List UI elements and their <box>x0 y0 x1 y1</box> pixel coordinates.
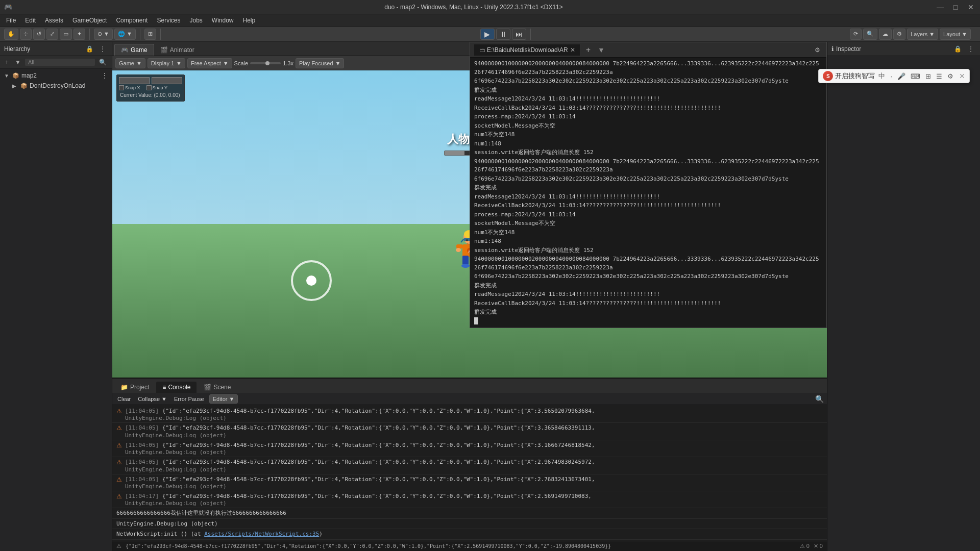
console-line[interactable]: NetWorkScript:init () (at Assets/Scripts… <box>112 529 827 539</box>
scale-slider[interactable] <box>250 62 281 64</box>
pause-button[interactable]: ⏸ <box>496 29 510 40</box>
tab-scene[interactable]: 🎬 Scene <box>198 382 237 393</box>
collab-button[interactable]: ⚙ <box>893 29 905 40</box>
network-content[interactable]: 9400000001000000020000000400000084000000… <box>470 58 826 328</box>
step-button[interactable]: ⏭ <box>512 29 526 40</box>
pivot-button[interactable]: ⊙ ▼ <box>94 29 113 40</box>
transform-all-tool[interactable]: ✦ <box>74 29 85 40</box>
hierarchy-lock-button[interactable]: 🔒 <box>84 44 95 54</box>
menu-gameobject[interactable]: GameObject <box>68 16 111 25</box>
console-line[interactable]: ⚠ [11:04:05] {"Id":"efa293cf-94d8-4548-b… <box>112 423 827 440</box>
sogou-extra-btn[interactable]: ☰ <box>935 72 944 81</box>
sogou-keyboard-btn[interactable]: ⌨ <box>909 72 922 81</box>
search-button[interactable]: 🔍 <box>863 29 877 40</box>
sogou-close-button[interactable]: ✕ <box>959 72 965 80</box>
console-search[interactable]: 🔍 <box>815 395 824 403</box>
hierarchy-item-map2[interactable]: ▼ 📦 map2 ⋮ <box>0 70 112 81</box>
console-sub-text: UnityEngine.Debug:Log (object) <box>125 466 595 473</box>
network-tab-chevron[interactable]: ▼ <box>598 46 605 54</box>
menu-services[interactable]: Services <box>153 16 184 25</box>
network-tab-close[interactable]: ✕ <box>570 46 575 54</box>
hierarchy-menu-button[interactable]: ⋮ <box>97 44 108 54</box>
error-pause-button[interactable]: Error Pause <box>172 395 206 403</box>
game-display-dropdown[interactable]: Game ▼ <box>115 58 145 68</box>
expand-arrow-map2: ▼ <box>4 73 10 79</box>
inspector-lock-button[interactable]: 🔒 <box>952 44 964 54</box>
play-button[interactable]: ▶ <box>480 29 495 40</box>
sogou-dot-btn[interactable]: · <box>889 72 894 81</box>
menu-component[interactable]: Component <box>112 16 152 25</box>
aspect-dropdown[interactable]: Free Aspect ▼ <box>187 58 232 68</box>
scale-control: Scale 1.3x <box>234 60 293 66</box>
rotate-tool[interactable]: ↺ <box>33 29 45 40</box>
network-tab-ar[interactable]: 🗃 E:\BaiduNetdiskDownload\AR ✕ <box>474 44 581 56</box>
layout-dropdown[interactable]: Layout ▼ <box>940 29 971 40</box>
move-tool[interactable]: ⊹ <box>20 29 32 40</box>
tab-console[interactable]: ≡ Console <box>156 382 197 393</box>
hierarchy-item-dontdestroy[interactable]: ▶ 📦 DontDestroyOnLoad <box>0 81 112 91</box>
console-line[interactable]: ⚠ [11:04:05] {"Id":"efa293cf-94d8-4548-b… <box>112 457 827 474</box>
menu-file[interactable]: File <box>2 16 20 25</box>
console-line[interactable]: ⚠ [11:04:05] {"Id":"efa293cf-94d8-4548-b… <box>112 440 827 457</box>
network-line: 9400000001000000020000000400000084000000… <box>474 158 822 174</box>
network-line: session.write返回给客户端的消息长度 152 <box>474 246 822 255</box>
network-panel: 🗃 E:\BaiduNetdiskDownload\AR ✕ + ▼ ⚙ 940… <box>470 42 827 328</box>
scale-tool[interactable]: ⤢ <box>46 29 58 40</box>
console-text: [11:04:05] {"Id":"efa293cf-94d8-4548-b7c… <box>125 475 595 483</box>
network-tab-add[interactable]: + <box>583 45 594 55</box>
network-line: socketModel.Message不为空 <box>474 122 822 131</box>
checkbox-snapy-box[interactable] <box>146 85 152 90</box>
layers-dropdown[interactable]: Layers ▼ <box>907 29 938 40</box>
hierarchy-arrow-button[interactable]: ▼ <box>13 58 23 67</box>
console-line[interactable]: 6666666666666666我估计这里就没有执行过6666666666666… <box>112 508 827 518</box>
tab-game[interactable]: 🎮 Game <box>114 44 154 56</box>
menu-window[interactable]: Window <box>208 16 238 25</box>
input-field-2[interactable] <box>152 77 182 84</box>
close-button[interactable]: ✕ <box>966 3 976 11</box>
minimize-button[interactable]: — <box>935 3 945 11</box>
warning-icon: ⚠ <box>116 493 122 500</box>
hand-tool[interactable]: ✋ <box>4 29 18 40</box>
collapse-button[interactable]: Collapse ▼ <box>136 395 169 403</box>
editor-dropdown[interactable]: Editor ▼ <box>209 394 238 404</box>
network-panel-settings[interactable]: ⚙ <box>813 45 822 55</box>
global-button[interactable]: 🌐 ▼ <box>114 29 136 40</box>
hierarchy-search[interactable]: All <box>25 59 95 66</box>
sogou-chinese-btn[interactable]: 中 <box>877 71 887 81</box>
game-tab-icon: 🎮 <box>121 46 129 54</box>
checkbox-snapx-box[interactable] <box>119 85 124 90</box>
tab-animator[interactable]: 🎬 Animator <box>154 44 201 56</box>
menu-edit[interactable]: Edit <box>21 16 40 25</box>
rect-tool[interactable]: ▭ <box>60 29 72 40</box>
hierarchy-item-menu-map2[interactable]: ⋮ <box>102 72 108 79</box>
input-field-1[interactable] <box>119 77 150 84</box>
display-num-dropdown[interactable]: Display 1 ▼ <box>148 58 185 68</box>
menu-jobs[interactable]: Jobs <box>185 16 206 25</box>
hierarchy-search-icon[interactable]: 🔍 <box>97 58 109 67</box>
checkbox-snapx[interactable]: Snap X <box>119 85 140 90</box>
maximize-button[interactable]: □ <box>950 3 961 11</box>
inspector-menu-button[interactable]: ⋮ <box>966 44 976 54</box>
console-line[interactable]: ⚠ [11:04:17] {"Id":"efa293cf-94d8-4548-b… <box>112 491 827 508</box>
console-line[interactable]: ⚠ [11:04:05] {"Id":"efa293cf-94d8-4548-b… <box>112 406 827 423</box>
cloud-button[interactable]: ☁ <box>879 29 892 40</box>
menu-assets[interactable]: Assets <box>41 16 67 25</box>
console-content[interactable]: ⚠ [11:04:05] {"Id":"efa293cf-94d8-4548-b… <box>112 405 827 541</box>
hierarchy-add-button[interactable]: + <box>3 58 11 67</box>
play-focused-dropdown[interactable]: Play Focused ▼ <box>296 58 345 68</box>
console-sub-text: UnityEngine.Debug:Log (object) <box>125 449 595 456</box>
sogou-voice-btn[interactable]: 🎤 <box>896 72 907 81</box>
history-button[interactable]: ⟳ <box>850 29 862 40</box>
console-line[interactable]: UnityEngine.Debug:Log (object) <box>112 519 827 529</box>
sogou-grid-btn[interactable]: ⊞ <box>924 72 933 81</box>
checkbox-snapy[interactable]: Snap Y <box>146 85 167 90</box>
tab-project[interactable]: 📁 Project <box>114 382 155 393</box>
grid-button[interactable]: ⊞ <box>144 29 156 40</box>
clear-button[interactable]: Clear <box>115 395 133 403</box>
menu-help[interactable]: Help <box>239 16 260 25</box>
game-ui-row2: Snap X Snap Y <box>119 85 182 90</box>
game-label: Game <box>119 60 134 66</box>
console-line[interactable]: ⚠ [11:04:05] {"Id":"efa293cf-94d8-4548-b… <box>112 474 827 491</box>
sogou-settings-btn[interactable]: ⚙ <box>946 72 955 81</box>
console-link[interactable]: Assets/Scripts/NetWorkScript.cs:35 <box>204 531 319 537</box>
